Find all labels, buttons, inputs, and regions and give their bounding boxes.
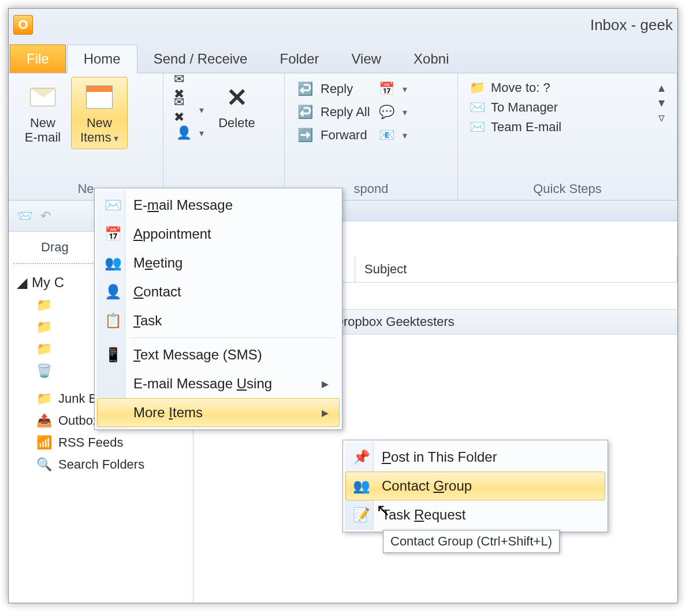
forward-label: Forward <box>321 128 367 143</box>
meeting-icon: 👥 <box>103 255 123 271</box>
junk-folder-icon: 📁 <box>35 391 53 406</box>
more-respond-button[interactable]: 📧 <box>377 127 407 144</box>
new-email-button[interactable]: New E-mail <box>14 77 71 149</box>
menu-email-message[interactable]: ✉️E-mail Message <box>97 191 340 220</box>
calendar-icon: 📅 <box>103 226 123 242</box>
folder-outbox-label: Outbox <box>58 413 99 428</box>
menu-text-message[interactable]: 📱Text Message (SMS) <box>97 340 340 369</box>
phone-icon: 📱 <box>103 347 123 363</box>
meeting-reply-button[interactable]: 📅 <box>377 80 407 98</box>
move-to-label: Move to: ? <box>491 80 550 95</box>
search-folder-icon: 🔍 <box>35 457 53 472</box>
submenu-post-in-folder[interactable]: 📌Post in This Folder <box>345 443 605 472</box>
send-receive-icon[interactable]: 📨 <box>17 209 32 224</box>
new-items-button[interactable]: New Items <box>71 77 128 149</box>
title-bar: O Inbox - geek <box>9 9 677 41</box>
new-email-label: New E-mail <box>25 116 61 145</box>
meeting-icon: 📅 <box>377 80 397 98</box>
quickstep-move-to[interactable]: 📁Move to: ? <box>470 80 561 95</box>
folder-icon: 📁 <box>35 342 53 357</box>
tab-xobni[interactable]: Xobni <box>397 45 465 73</box>
undo-icon[interactable]: ↶ <box>40 209 51 224</box>
quickstep-to-manager[interactable]: ✉️To Manager <box>470 100 561 115</box>
to-manager-label: To Manager <box>491 100 558 115</box>
team-email-label: Team E-mail <box>491 120 561 135</box>
folder-move-icon: 📁 <box>470 80 485 95</box>
mouse-cursor-icon: ↖ <box>376 500 390 520</box>
outbox-icon: 📤 <box>35 413 53 428</box>
tab-folder[interactable]: Folder <box>263 45 335 73</box>
tooltip: Contact Group (Ctrl+Shift+L) <box>383 530 560 553</box>
tab-send-receive[interactable]: Send / Receive <box>137 45 264 73</box>
ignore-icon: ✉✖ <box>174 78 193 95</box>
task-icon: 📋 <box>103 313 123 329</box>
submenu-contact-group[interactable]: 👥Contact Group <box>345 472 605 500</box>
im-icon: 💬 <box>377 103 397 121</box>
menu-task[interactable]: 📋Task <box>97 306 340 335</box>
ribbon-tabs: File Home Send / Receive Folder View Xob… <box>9 41 677 73</box>
contact-card-icon: 👤 <box>103 284 123 300</box>
folder-search[interactable]: 🔍Search Folders <box>14 454 193 476</box>
contact-group-icon: 👥 <box>352 478 371 494</box>
folder-rss[interactable]: 📶RSS Feeds <box>14 432 193 454</box>
im-reply-button[interactable]: 💬 <box>377 103 407 121</box>
task-request-icon: 📝 <box>352 507 371 523</box>
block-user-icon: 👤 <box>174 124 193 142</box>
group-quicksteps-label: Quick Steps <box>458 181 677 200</box>
forward-icon: ➡️ <box>295 127 315 144</box>
folder-rss-label: RSS Feeds <box>58 435 124 450</box>
reply-icon: ↩️ <box>295 80 315 98</box>
new-items-menu: ✉️E-mail Message 📅Appointment 👥Meeting 👤… <box>94 188 342 430</box>
reply-all-button[interactable]: ↩️Reply All <box>295 103 370 121</box>
ignore-button[interactable]: ✉✖ <box>174 78 204 95</box>
ribbon: New E-mail New Items Ne ✉✖ ✉✖ 👤 ✕ Dele <box>9 73 677 201</box>
envelope-icon: ✉️ <box>103 197 123 213</box>
calendar-stack-icon <box>83 81 116 113</box>
outlook-window: O Inbox - geek File Home Send / Receive … <box>8 8 678 603</box>
reply-label: Reply <box>321 81 353 97</box>
delete-button[interactable]: ✕ Delete <box>208 77 265 134</box>
quickstep-team-email[interactable]: ✉️Team E-mail <box>470 120 561 135</box>
team-email-icon: ✉️ <box>470 120 485 135</box>
submenu-arrow-icon: ▸ <box>322 405 329 421</box>
folder-icon: 📁 <box>35 298 53 313</box>
rss-icon: 📶 <box>35 435 53 450</box>
reply-all-icon: ↩️ <box>295 103 315 121</box>
menu-contact[interactable]: 👤Contact <box>97 277 340 306</box>
tab-home[interactable]: Home <box>67 44 137 73</box>
collapse-arrow-icon: ◢ <box>17 274 27 291</box>
forward-button[interactable]: ➡️Forward <box>295 127 370 144</box>
menu-meeting[interactable]: 👥Meeting <box>97 248 340 277</box>
col-subject[interactable]: Subject <box>355 256 677 282</box>
pin-icon: 📌 <box>352 449 371 465</box>
new-items-label: New Items <box>80 116 112 144</box>
folder-search-label: Search Folders <box>58 457 144 472</box>
cleanup-button[interactable]: ✉✖ <box>174 101 204 118</box>
folder-icon: 📁 <box>35 320 53 335</box>
delete-x-icon: ✕ <box>221 81 253 113</box>
to-manager-icon: ✉️ <box>470 100 485 115</box>
more-icon: 📧 <box>377 127 397 144</box>
quicksteps-up-button[interactable]: ▴ <box>655 80 668 95</box>
tab-view[interactable]: View <box>336 45 398 73</box>
reply-button[interactable]: ↩️Reply <box>295 80 370 98</box>
reply-all-label: Reply All <box>321 105 370 120</box>
window-title: Inbox - geek <box>590 16 673 34</box>
outlook-app-icon: O <box>13 15 33 35</box>
tab-file[interactable]: File <box>10 44 66 73</box>
trash-icon: 🗑️ <box>35 363 53 378</box>
menu-email-using[interactable]: E-mail Message Using▸ <box>97 369 340 398</box>
quicksteps-down-button[interactable]: ▾ <box>655 95 668 110</box>
menu-appointment[interactable]: 📅Appointment <box>97 220 340 248</box>
envelope-icon <box>27 81 59 113</box>
tree-root-label: My C <box>32 274 64 291</box>
delete-label: Delete <box>218 116 255 130</box>
junk-button[interactable]: 👤 <box>174 124 204 142</box>
broom-icon: ✉✖ <box>174 101 193 118</box>
menu-more-items[interactable]: More Items▸ <box>97 398 340 427</box>
submenu-arrow-icon: ▸ <box>322 376 329 392</box>
mail-subject: Dropbox Geektesters <box>334 314 454 329</box>
quicksteps-expand-button[interactable]: ▿ <box>655 110 668 125</box>
